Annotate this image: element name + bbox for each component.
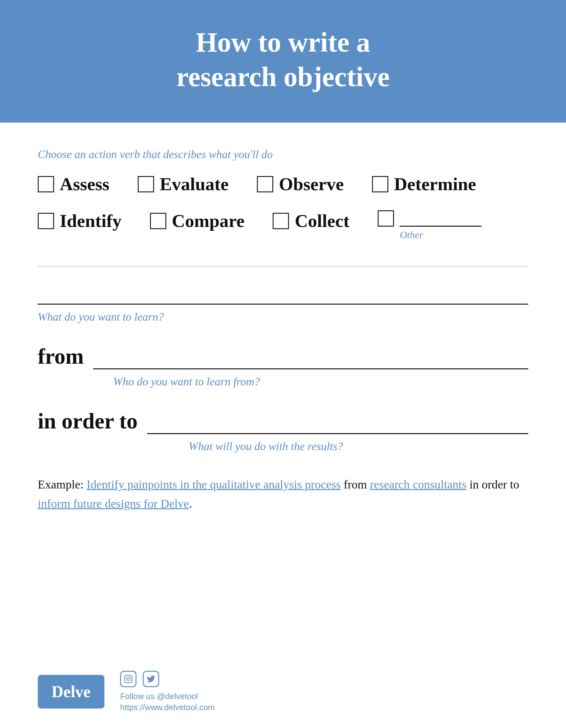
footer-social: Follow us @delvetool https://www.delveto…: [120, 671, 215, 712]
compare-label: Compare: [172, 210, 244, 231]
from-label: Who do you want to learn from?: [113, 375, 528, 388]
social-icons-row: [120, 671, 215, 687]
example-text: Example: Identify painpoints in the qual…: [38, 475, 528, 513]
identify-label: Identify: [60, 210, 122, 231]
checkboxes-row-1: Assess Evaluate Observe Determine: [38, 174, 528, 195]
inorderto-label: What will you do with the results?: [189, 440, 528, 453]
identify-checkbox[interactable]: [38, 213, 54, 229]
example-prefix: Example:: [38, 478, 84, 491]
svg-rect-0: [125, 675, 132, 682]
checkbox-other[interactable]: Other: [378, 210, 481, 241]
evaluate-checkbox[interactable]: [138, 176, 154, 192]
learn-input-line[interactable]: [38, 286, 528, 305]
example-link-2[interactable]: research consultants: [370, 478, 466, 491]
inorderto-input-line[interactable]: [147, 415, 528, 434]
checkbox-collect[interactable]: Collect: [272, 210, 349, 231]
from-input-line[interactable]: [93, 350, 528, 369]
learn-section: What do you want to learn?: [38, 286, 528, 323]
checkbox-identify[interactable]: Identify: [38, 210, 122, 231]
svg-point-1: [127, 677, 130, 680]
assess-checkbox[interactable]: [38, 176, 54, 192]
observe-label: Observe: [279, 174, 344, 195]
inorderto-prefix: in order to: [38, 410, 138, 434]
collect-label: Collect: [295, 210, 349, 231]
footer-url[interactable]: https://www.delvetool.com: [120, 703, 215, 712]
svg-point-2: [130, 676, 130, 677]
checkbox-determine[interactable]: Determine: [372, 174, 476, 195]
other-row: [378, 210, 481, 227]
learn-label: What do you want to learn?: [38, 310, 528, 323]
collect-checkbox[interactable]: [272, 213, 289, 229]
other-line: [400, 210, 481, 227]
assess-label: Assess: [60, 174, 109, 195]
evaluate-label: Evaluate: [160, 174, 228, 195]
footer: Delve Follow us @delvetool https://www.d…: [0, 658, 566, 728]
inorderto-row: in order to: [38, 410, 528, 434]
example-middle: from: [344, 478, 367, 491]
from-section: from Who do you want to learn from?: [38, 345, 528, 388]
inorderto-section: in order to What will you do with the re…: [38, 410, 528, 453]
example-middle2: in order to: [470, 478, 519, 491]
header: How to write a research objective: [0, 0, 566, 123]
from-prefix: from: [38, 345, 84, 369]
checkbox-compare[interactable]: Compare: [150, 210, 244, 231]
checkbox-assess[interactable]: Assess: [38, 174, 109, 195]
other-checkbox[interactable]: [378, 210, 394, 227]
example-link-1[interactable]: Identify painpoints in the qualitative a…: [86, 478, 341, 491]
follow-text: Follow us @delvetool: [120, 692, 215, 701]
twitter-icon[interactable]: [143, 671, 159, 687]
delve-badge[interactable]: Delve: [38, 675, 104, 709]
example-link-3[interactable]: inform future designs for Delve: [38, 497, 189, 510]
example-section: Example: Identify painpoints in the qual…: [38, 475, 528, 513]
determine-checkbox[interactable]: [372, 176, 388, 192]
example-suffix: .: [189, 497, 192, 510]
instagram-icon[interactable]: [120, 671, 136, 687]
page-title: How to write a research objective: [19, 25, 547, 94]
from-row: from: [38, 345, 528, 369]
checkbox-observe[interactable]: Observe: [257, 174, 344, 195]
main-content: Choose an action verb that describes wha…: [0, 123, 566, 658]
divider-1: [38, 266, 528, 267]
checkboxes-row-2: Identify Compare Collect Other: [38, 210, 528, 241]
other-label: Other: [400, 229, 423, 241]
action-verb-label: Choose an action verb that describes wha…: [38, 148, 528, 161]
determine-label: Determine: [394, 174, 476, 195]
observe-checkbox[interactable]: [257, 176, 273, 192]
checkbox-evaluate[interactable]: Evaluate: [138, 174, 228, 195]
compare-checkbox[interactable]: [150, 213, 166, 229]
